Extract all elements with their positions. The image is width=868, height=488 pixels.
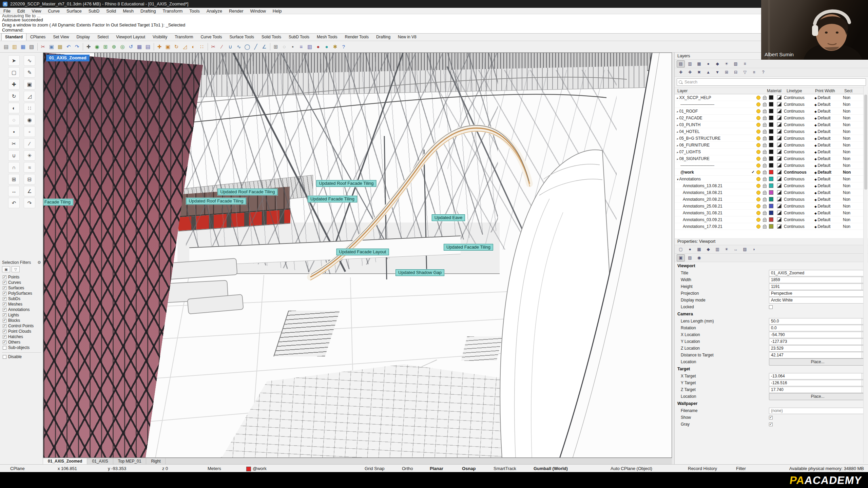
gray-checkbox[interactable]: ✓: [769, 423, 773, 426]
object-properties-icon[interactable]: ▥: [306, 42, 314, 51]
light-tab-icon[interactable]: ☀: [722, 246, 731, 253]
viewport-tab-top-mep-01[interactable]: Top MEP_01: [113, 458, 147, 464]
menu-subd[interactable]: SubD: [85, 8, 103, 14]
snapshots-panel-tab-icon[interactable]: ▧: [732, 60, 740, 67]
layer-row[interactable]: 01_ROOFContinuousDefaultNon: [675, 108, 868, 115]
filter-annotations[interactable]: ✓Annotations: [0, 307, 43, 312]
scrollbar-thumb[interactable]: [864, 95, 867, 190]
lock-tool-icon[interactable]: ▪: [8, 126, 20, 137]
layer-material-icon[interactable]: [777, 183, 782, 188]
toolbar-tab-standard[interactable]: Standard: [1, 33, 26, 41]
expander-icon[interactable]: [677, 136, 678, 141]
notifications-tab-icon[interactable]: ◗: [750, 246, 758, 253]
viewport-tab-01-axis-zoomed[interactable]: 01_AXIS_Zoomed: [43, 458, 87, 464]
layer-row[interactable]: Annotations_31.08.21ContinuousDefaultNon: [675, 210, 868, 216]
toolbar-tab-viewport-layout[interactable]: Viewport Layout: [112, 33, 149, 41]
menu-window[interactable]: Window: [247, 8, 269, 14]
group-icon[interactable]: ⊞: [272, 42, 280, 51]
layer-row[interactable]: 08_SIGNATUREContinuousDefaultNon: [675, 155, 868, 162]
print-icon[interactable]: ▧: [27, 42, 36, 51]
menu-analyze[interactable]: Analyze: [203, 8, 226, 14]
layer-material-icon[interactable]: [777, 197, 782, 201]
layer-row[interactable]: Annotations_17.09.21ContinuousDefaultNon: [675, 223, 868, 230]
checkbox[interactable]: ✓: [3, 292, 6, 295]
expander-icon[interactable]: [677, 150, 678, 154]
redo-icon[interactable]: ↷: [73, 42, 81, 51]
zoom-window-icon[interactable]: ⊞: [101, 42, 110, 51]
layer-on-icon[interactable]: [756, 150, 760, 154]
dimension-tab-icon[interactable]: ↔: [732, 246, 740, 253]
paint-select-icon[interactable]: ✎: [24, 67, 35, 78]
layer-material-icon[interactable]: [777, 102, 782, 106]
new-layer-icon[interactable]: ✚: [677, 69, 685, 76]
group-tool-icon[interactable]: ⊞: [8, 174, 20, 184]
checkbox[interactable]: ✓: [3, 286, 6, 290]
toggle-gumball[interactable]: Gumball (World): [534, 466, 568, 471]
help-icon[interactable]: ?: [340, 42, 348, 51]
collapse-all-icon[interactable]: ⊟: [732, 69, 740, 76]
layer-on-icon[interactable]: [756, 136, 760, 140]
checkbox[interactable]: ✓: [3, 324, 6, 328]
split-tool-icon[interactable]: ∕: [24, 138, 35, 149]
x-location-field[interactable]: -54.790: [769, 332, 866, 338]
layer-color-swatch[interactable]: [769, 136, 773, 140]
y-location-field[interactable]: -127.873: [769, 338, 866, 345]
x-target-field[interactable]: -13.064: [769, 373, 866, 379]
layer-lock-icon[interactable]: [763, 103, 767, 106]
viewport-title-overlay[interactable]: 01_AXIS_Zoomed: [46, 55, 90, 61]
offset-tool-icon[interactable]: ≈: [24, 162, 35, 173]
section-target[interactable]: Target: [675, 365, 868, 373]
undo-view-icon[interactable]: ↺: [127, 42, 135, 51]
units-selector[interactable]: Meters: [208, 466, 221, 471]
layer-row[interactable]: Annotations_13.08.21ContinuousDefaultNon: [675, 182, 868, 189]
z-location-field[interactable]: 23.529: [769, 345, 866, 352]
filter-lights[interactable]: ✓Lights: [0, 312, 43, 318]
layer-on-icon[interactable]: [756, 116, 760, 120]
object-properties-tab-icon[interactable]: ▢: [677, 246, 685, 253]
y-target-field[interactable]: -126.516: [769, 380, 866, 386]
layer-color-swatch[interactable]: [769, 190, 773, 195]
expander-icon[interactable]: [677, 116, 678, 120]
layer-material-icon[interactable]: [777, 190, 782, 195]
checkbox[interactable]: [3, 355, 6, 359]
layer-material-icon[interactable]: [777, 95, 782, 100]
expander-icon[interactable]: [677, 109, 678, 114]
layer-row-separator[interactable]: ———————————ContinuousDefaultNon: [675, 101, 868, 108]
lock-icon[interactable]: ▪: [289, 42, 297, 51]
rotate-icon[interactable]: ↻: [172, 42, 180, 51]
zoom-dynamic-icon[interactable]: ◉: [93, 42, 101, 51]
checkbox[interactable]: ✓: [3, 340, 6, 344]
open-file-icon[interactable]: ▥: [11, 42, 19, 51]
layer-lock-icon[interactable]: [763, 124, 767, 127]
width-field[interactable]: 1859: [769, 277, 866, 283]
menu-view[interactable]: View: [28, 8, 44, 14]
annotation-tag[interactable]: Updated Facade Tiling: [308, 196, 357, 202]
toolbar-tab-transform[interactable]: Transform: [171, 33, 197, 41]
display-mode-select[interactable]: Arctic White: [769, 297, 866, 304]
rotation-field[interactable]: 0.0: [769, 325, 866, 331]
viewport-properties-tab-icon[interactable]: ▣: [677, 254, 685, 261]
column-linetype[interactable]: Linetype: [787, 89, 802, 93]
layer-material-icon[interactable]: [777, 177, 782, 181]
menu-curve[interactable]: Curve: [44, 8, 63, 14]
undo-tool-icon[interactable]: ↶: [8, 198, 20, 208]
lens-field[interactable]: 50.0: [769, 318, 866, 325]
paste-icon[interactable]: ▩: [56, 42, 64, 51]
expander-icon[interactable]: [677, 156, 678, 161]
expander-icon[interactable]: [677, 122, 678, 127]
section-viewport[interactable]: Viewport: [675, 262, 868, 270]
search-input[interactable]: [684, 79, 864, 85]
layer-color-swatch[interactable]: [769, 95, 773, 100]
layer-row[interactable]: XX_SCCP_HELPContinuousDefaultNon: [675, 94, 868, 101]
toggle-planar[interactable]: Planar: [430, 466, 443, 471]
move-layer-up-icon[interactable]: ▲: [704, 69, 712, 76]
panel-menu-icon[interactable]: ≡: [741, 60, 749, 67]
layer-row[interactable]: 06_FURNITUREContinuousDefaultNon: [675, 142, 868, 149]
rendering-panel-tab-icon[interactable]: ◆: [713, 60, 721, 67]
menu-render[interactable]: Render: [226, 8, 247, 14]
toolbar-tab-subd-tools[interactable]: SubD Tools: [285, 33, 313, 41]
display-panel-tab-icon[interactable]: ▦: [695, 60, 703, 67]
lasso-select-icon[interactable]: ∿: [24, 55, 35, 66]
layer-color-swatch[interactable]: [769, 177, 773, 181]
menu-solid[interactable]: Solid: [103, 8, 119, 14]
